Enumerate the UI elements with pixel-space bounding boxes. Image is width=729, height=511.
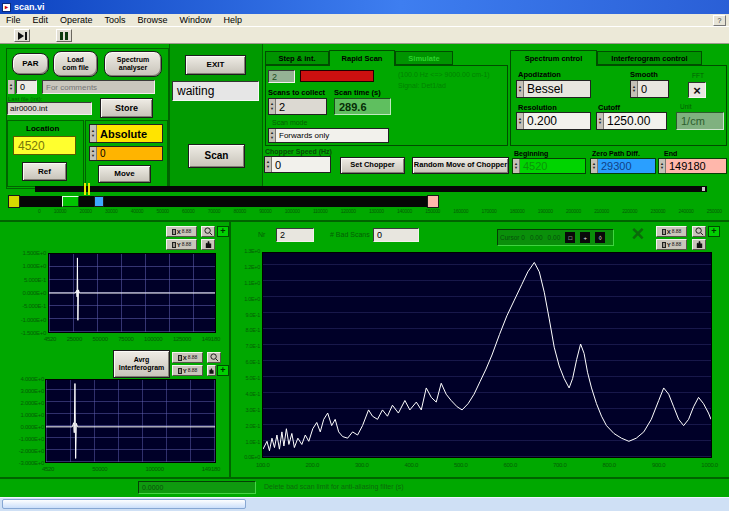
main-x-scale-lock-icon[interactable]: X8.88 — [656, 226, 687, 237]
tab-simulate[interactable]: Simulate — [395, 51, 453, 65]
move-mode-dropdown[interactable]: ▲▼ Absolute — [89, 124, 163, 143]
tick-label: 140000 — [397, 209, 412, 214]
cutoff-label: Cutoff — [598, 103, 620, 112]
delete-curve-icon[interactable]: × — [625, 222, 651, 246]
slider-thumb-yellow[interactable] — [8, 195, 20, 208]
par-button[interactable]: PAR — [12, 53, 49, 75]
divider-vertical — [229, 220, 231, 479]
horizontal-scrollbar-thumb[interactable] — [2, 499, 246, 509]
cursor-legend[interactable]: Cursor 0 0.00 0.00 □ + ◊ — [497, 229, 614, 246]
scan-time-value: 289.6 — [334, 98, 391, 115]
tab-spectrum-control[interactable]: Spectrum cntrol — [510, 50, 597, 66]
tick-label: 4520 — [42, 466, 54, 472]
main-pan-hand-icon[interactable] — [692, 239, 706, 250]
spectrum-analyser-button[interactable]: Spectrum analyser — [104, 51, 162, 77]
comment-count-field[interactable]: 0 — [16, 80, 37, 94]
bad-scans-field[interactable]: 0 — [373, 228, 419, 242]
nr-field[interactable]: 2 — [276, 228, 314, 242]
apodization-dropdown[interactable]: ▲▼ Bessel — [516, 80, 591, 98]
tab-interferogram-control[interactable]: Interferogram control — [597, 51, 702, 65]
random-move-chopper-button[interactable]: Random Move of Chopper — [412, 157, 509, 174]
beginning-value: 4520 — [520, 159, 585, 173]
spectrum-x-axis: 100.0200.0300.0400.0500.0600.0700.0800.0… — [256, 462, 718, 468]
chopper-speed-field[interactable]: ▲▼ 0 — [264, 156, 331, 173]
tab-rapid-scan[interactable]: Rapid Scan — [329, 50, 395, 66]
store-button[interactable]: Store — [100, 98, 153, 118]
menu-file[interactable]: File — [0, 14, 27, 26]
position-slider-track[interactable] — [18, 196, 438, 207]
zoom-icon[interactable] — [201, 226, 215, 237]
run-button[interactable] — [14, 29, 30, 42]
fft-checkbox[interactable]: × — [688, 82, 706, 98]
main-zoom-icon[interactable] — [692, 226, 706, 237]
avg-interferogram-button[interactable]: Avrg Interferogram — [113, 350, 170, 378]
set-chopper-button[interactable]: Set Chopper — [340, 157, 405, 174]
menu-browse[interactable]: Browse — [132, 14, 174, 26]
resolution-field[interactable]: ▲▼ 0.200 — [516, 112, 591, 130]
tick-label: 25000 — [67, 336, 82, 342]
position-progress-track — [35, 186, 707, 192]
slider-marker-beginning[interactable] — [62, 196, 79, 207]
move-button[interactable]: Move — [98, 165, 151, 183]
ref-button[interactable]: Ref — [22, 162, 67, 181]
menu-window[interactable]: Window — [174, 14, 218, 26]
menu-edit[interactable]: Edit — [27, 14, 55, 26]
tick-label: 60000 — [182, 209, 194, 214]
tab-step-int[interactable]: Step & int. — [265, 51, 329, 65]
context-help-button[interactable]: ? — [713, 15, 726, 26]
footer-field[interactable]: 0.0000 — [138, 481, 256, 494]
y-scale-lock-icon[interactable]: Y8.88 — [166, 239, 197, 250]
zoom-in-icon[interactable]: + — [217, 226, 229, 237]
comments-input[interactable] — [42, 80, 155, 94]
avg-y-scale-lock-icon[interactable]: Y8.88 — [172, 365, 203, 376]
divider-bottom — [0, 477, 729, 479]
main-y-scale-lock-icon[interactable]: Y8.88 — [656, 239, 687, 250]
slider-thumb-end[interactable] — [427, 195, 439, 208]
cursor-style-icon[interactable]: □ — [565, 232, 575, 243]
comment-count-spinner[interactable]: ▲▼ — [8, 80, 15, 94]
smooth-field[interactable]: ▲▼ 0 — [630, 80, 669, 98]
tick-label: 210000 — [594, 209, 609, 214]
scan-button[interactable]: Scan — [188, 144, 245, 168]
avg-pan-hand-icon[interactable] — [207, 365, 216, 376]
x-scale-lock-icon[interactable]: X8.88 — [166, 226, 197, 237]
menu-operate[interactable]: Operate — [54, 14, 99, 26]
cursor-crosshair-icon[interactable]: + — [580, 232, 590, 243]
main-zoom-in-icon[interactable]: + — [708, 226, 720, 237]
slider-marker-zero-path[interactable] — [94, 196, 104, 207]
avg-zoom-in-icon[interactable]: + — [217, 365, 229, 376]
tick-label: 50000 — [92, 466, 107, 472]
tick-label: 149180 — [202, 336, 220, 342]
nr-label: Nr — [258, 231, 265, 238]
beginning-spinner-icon: ▲▼ — [513, 159, 520, 173]
exit-button[interactable]: EXIT — [185, 55, 246, 75]
scan-mode-dropdown[interactable]: ▲▼ Forwards only — [268, 128, 389, 143]
tick-label: 240000 — [679, 209, 694, 214]
menu-help[interactable]: Help — [218, 14, 249, 26]
divider-top — [0, 220, 729, 222]
load-com-file-button[interactable]: Load com file — [53, 51, 98, 77]
zero-path-diff-field[interactable]: ▲▼ 29300 — [590, 158, 656, 174]
tick-label: 2.000E+0 — [21, 400, 44, 406]
scans-to-collect-field[interactable]: ▲▼ 2 — [268, 98, 327, 115]
cutoff-field[interactable]: ▲▼ 1250.00 — [596, 112, 667, 130]
location-field[interactable]: 4520 — [13, 136, 76, 155]
interferogram-x-axis: 4520250005000075000100000125000149180 — [44, 336, 220, 342]
avg-zoom-icon[interactable] — [207, 352, 221, 363]
beginning-field[interactable]: ▲▼ 4520 — [512, 158, 586, 174]
avg-x-scale-lock-icon[interactable]: X8.88 — [172, 352, 203, 363]
unit-label: Unit — [680, 103, 692, 110]
pan-hand-icon[interactable] — [201, 239, 215, 250]
end-field[interactable]: ▲▼ 149180 — [658, 158, 727, 174]
interferogram-plot[interactable] — [48, 253, 216, 333]
tick-label: 100000 — [144, 336, 162, 342]
menu-tools[interactable]: Tools — [99, 14, 132, 26]
spectrum-plot[interactable] — [262, 252, 712, 458]
cursor-lock-icon[interactable]: ◊ — [595, 232, 605, 243]
tick-label: 4520 — [44, 336, 56, 342]
tick-label: 190000 — [538, 209, 553, 214]
move-offset-field[interactable]: ▲▼ 0 — [89, 146, 163, 161]
last-file-field[interactable]: air0000.int — [7, 102, 92, 115]
pause-button[interactable] — [56, 29, 72, 42]
avg-interferogram-plot[interactable] — [45, 379, 216, 463]
